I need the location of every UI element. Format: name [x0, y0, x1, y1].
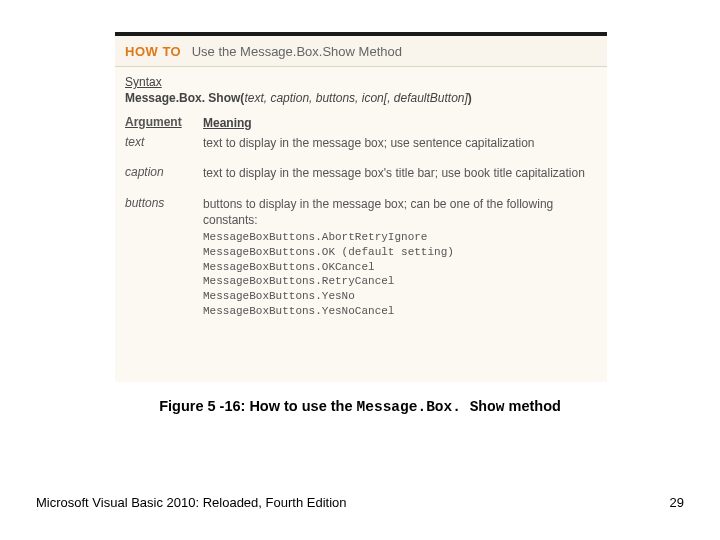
arg-meaning-intro: buttons to display in the message box; c… — [203, 197, 553, 227]
arg-row-buttons: buttons buttons to display in the messag… — [125, 196, 597, 319]
constant-item: MessageBoxButtons.YesNo — [203, 289, 597, 304]
constant-item: MessageBoxButtons.RetryCancel — [203, 274, 597, 289]
arg-meaning: text to display in the message box; use … — [203, 135, 597, 151]
syntax-section: Syntax Message.Box. Show(text, caption, … — [115, 67, 607, 115]
args-header-meaning: Meaning — [203, 115, 597, 131]
slide: HOW TO Use the Message.Box.Show Method S… — [0, 0, 720, 540]
arg-name: buttons — [125, 196, 203, 319]
syntax-bold-close: ) — [468, 91, 472, 105]
arg-row-caption: caption text to display in the message b… — [125, 165, 597, 181]
arg-name: text — [125, 135, 203, 151]
constant-item: MessageBoxButtons.YesNoCancel — [203, 304, 597, 319]
constant-item: MessageBoxButtons.AbortRetryIgnore — [203, 230, 597, 245]
arg-row-text: text text to display in the message box;… — [125, 135, 597, 151]
caption-mono: Message.Box. Show — [357, 399, 505, 415]
syntax-label: Syntax — [125, 75, 597, 89]
footer-text: Microsoft Visual Basic 2010: Reloaded, F… — [36, 495, 346, 510]
howto-label: HOW TO — [125, 44, 181, 59]
constants-list: MessageBoxButtons.AbortRetryIgnore Messa… — [203, 230, 597, 319]
arg-meaning: text to display in the message box's tit… — [203, 165, 597, 181]
args-header-name: Argument — [125, 115, 203, 131]
syntax-optional: [, defaultButton] — [384, 91, 468, 105]
howto-box: HOW TO Use the Message.Box.Show Method S… — [115, 32, 607, 382]
args-table: Argument Meaning text text to display in… — [115, 115, 607, 319]
args-header: Argument Meaning — [125, 115, 597, 131]
caption-suffix: method — [504, 398, 560, 414]
caption-prefix: Figure 5 -16: How to use the — [159, 398, 356, 414]
figure-caption: Figure 5 -16: How to use the Message.Box… — [0, 398, 720, 415]
arg-meaning: buttons to display in the message box; c… — [203, 196, 597, 319]
constant-item: MessageBoxButtons.OKCancel — [203, 260, 597, 275]
syntax-bold-open: Message.Box. Show( — [125, 91, 244, 105]
constant-item: MessageBoxButtons.OK (default setting) — [203, 245, 597, 260]
syntax-line: Message.Box. Show(text, caption, buttons… — [125, 91, 597, 105]
arg-name: caption — [125, 165, 203, 181]
howto-title: Use the Message.Box.Show Method — [192, 44, 402, 59]
page-number: 29 — [670, 495, 684, 510]
syntax-args: text, caption, buttons, icon — [244, 91, 383, 105]
howto-header: HOW TO Use the Message.Box.Show Method — [115, 36, 607, 67]
